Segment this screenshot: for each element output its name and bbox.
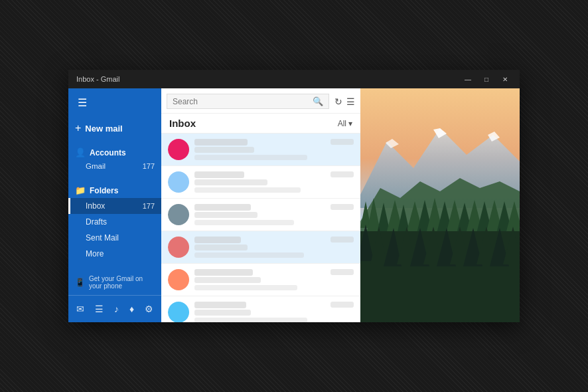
drafts-folder[interactable]: Drafts (68, 214, 161, 230)
avatar (168, 171, 189, 193)
inbox-label: Inbox (86, 201, 105, 211)
avatar (168, 302, 189, 322)
email-subject (194, 310, 251, 316)
calendar-nav-icon[interactable]: ☰ (92, 301, 106, 317)
sidebar-nav: ✉ ☰ ♪ ♦ ⚙ (68, 295, 161, 322)
email-body (194, 237, 354, 258)
email-row1 (194, 139, 354, 146)
window-controls: — □ ✕ (459, 72, 514, 86)
email-list-panel: 🔍 ↻ ☰ Inbox All ▾ (161, 88, 360, 322)
accounts-section: 👤 Accounts Gmail 177 (68, 140, 161, 177)
folders-icon: 📁 (75, 185, 86, 195)
sent-folder[interactable]: Sent Mail (68, 230, 161, 246)
nature-background (360, 88, 520, 322)
phone-promo-text: Get your Gmail on your phone (89, 275, 155, 290)
avatar (168, 237, 189, 258)
email-item[interactable] (161, 264, 360, 296)
inbox-folder[interactable]: Inbox 177 (68, 198, 161, 214)
email-row1 (194, 171, 354, 178)
new-mail-label: New mail (85, 124, 122, 134)
search-input[interactable] (173, 97, 313, 106)
folders-header: 📁 Folders (68, 183, 161, 198)
folders-section: 📁 Folders Inbox 177 Drafts Sent Mail Mor… (68, 177, 161, 267)
people-nav-icon[interactable]: ♪ (111, 301, 121, 317)
email-subject (194, 179, 267, 185)
email-sender (194, 171, 244, 178)
email-time (331, 204, 354, 210)
avatar (168, 269, 189, 290)
avatar (168, 204, 189, 225)
new-mail-button[interactable]: + New mail (68, 117, 161, 140)
settings-nav-icon[interactable]: ⚙ (142, 301, 156, 317)
email-preview (194, 187, 301, 193)
sent-label: Sent Mail (86, 233, 119, 243)
email-time (331, 269, 354, 275)
phone-icon: 📱 (75, 278, 85, 287)
email-item[interactable] (161, 199, 360, 231)
email-row1 (194, 204, 354, 211)
email-subject (194, 212, 257, 218)
email-time (331, 139, 354, 145)
email-sender (194, 204, 251, 211)
accounts-header: 👤 Accounts (68, 145, 161, 160)
email-body (194, 302, 354, 322)
email-time (331, 302, 354, 308)
email-subject (194, 147, 254, 153)
email-body (194, 139, 354, 160)
email-item[interactable] (161, 134, 360, 166)
search-input-wrap[interactable]: 🔍 (167, 94, 329, 109)
filter-button[interactable]: All ▾ (338, 119, 352, 128)
filter-icon[interactable]: ☰ (346, 96, 355, 107)
email-subject (194, 277, 261, 283)
phone-promo[interactable]: 📱 Get your Gmail on your phone (68, 270, 161, 295)
email-item[interactable] (161, 231, 360, 264)
inbox-header: Inbox All ▾ (161, 114, 360, 134)
close-button[interactable]: ✕ (496, 72, 514, 86)
maximize-button[interactable]: □ (477, 72, 496, 86)
toolbar-icons: ↻ ☰ (332, 96, 355, 107)
more-folder[interactable]: More (68, 246, 161, 262)
hamburger-button[interactable]: ☰ (75, 94, 90, 112)
email-preview (194, 252, 304, 258)
refresh-icon[interactable]: ↻ (334, 96, 342, 107)
accounts-label: Accounts (90, 148, 126, 157)
folders-label: Folders (90, 186, 118, 195)
sidebar-top: ☰ (68, 88, 161, 117)
title-bar: Inbox - Gmail — □ ✕ (68, 70, 520, 88)
inbox-count: 177 (143, 202, 155, 210)
email-body (194, 171, 354, 193)
email-item[interactable] (161, 166, 360, 199)
email-time (331, 237, 354, 243)
nature-scene-svg (360, 88, 520, 322)
email-preview (194, 155, 307, 160)
minimize-button[interactable]: — (459, 72, 477, 86)
email-body (194, 269, 354, 290)
tasks-nav-icon[interactable]: ♦ (127, 301, 137, 317)
mail-nav-icon[interactable]: ✉ (74, 301, 87, 317)
more-label: More (86, 249, 104, 258)
email-item[interactable] (161, 296, 360, 322)
email-preview (194, 318, 307, 322)
search-icon[interactable]: 🔍 (313, 96, 323, 106)
email-body (194, 204, 354, 225)
filter-label: All (338, 119, 346, 128)
gmail-count: 177 (143, 162, 155, 170)
drafts-label: Drafts (86, 217, 107, 227)
chevron-down-icon: ▾ (348, 119, 352, 128)
email-sender (194, 237, 241, 243)
avatar (168, 139, 189, 160)
email-preview (194, 285, 297, 290)
email-time (331, 171, 354, 177)
gmail-label: Gmail (86, 162, 106, 170)
email-preview (194, 220, 294, 225)
accounts-icon: 👤 (75, 147, 86, 157)
gmail-account[interactable]: Gmail 177 (68, 160, 161, 172)
inbox-title: Inbox (169, 118, 196, 129)
search-bar: 🔍 ↻ ☰ (161, 88, 360, 114)
app-content: ☰ + New mail 👤 Accounts Gmail 177 📁 (68, 88, 520, 322)
preview-panel (360, 88, 520, 322)
email-subject (194, 245, 248, 250)
sidebar: ☰ + New mail 👤 Accounts Gmail 177 📁 (68, 88, 161, 322)
app-window: Inbox - Gmail — □ ✕ ☰ + New mail 👤 Accou… (68, 70, 520, 322)
sidebar-bottom: 📱 Get your Gmail on your phone ✉ ☰ ♪ ♦ ⚙ (68, 270, 161, 322)
